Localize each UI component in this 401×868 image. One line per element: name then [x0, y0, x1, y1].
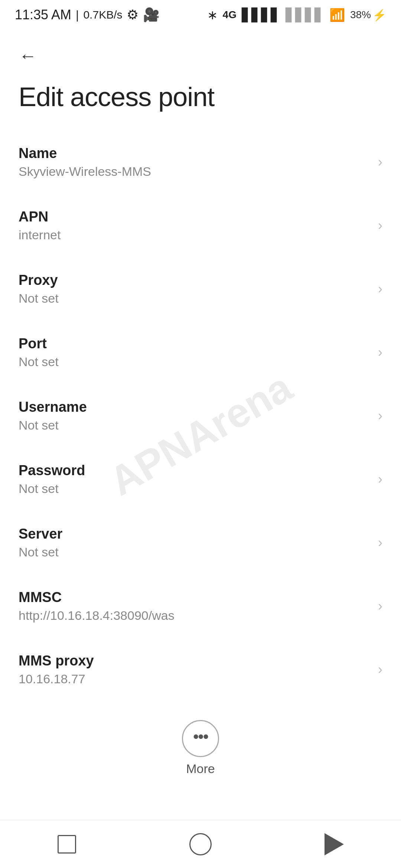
status-bar: 11:35 AM | 0.7KB/s ⚙ 🎥 ∗ 4G ▋▋▋▋ ▋▋▋▋ 📶 …	[0, 0, 401, 30]
bolt-icon: ⚡	[372, 9, 386, 22]
settings-item-port-label: Port	[19, 336, 371, 352]
settings-item-apn-value: internet	[19, 228, 371, 242]
settings-item-name-value: Skyview-Wireless-MMS	[19, 164, 371, 179]
settings-item-mmsc-label: MMSC	[19, 589, 371, 605]
settings-item-username[interactable]: Username Not set ›	[0, 384, 401, 448]
back-nav-icon	[325, 833, 344, 855]
status-separator: |	[76, 8, 79, 22]
battery-percent: 38%	[350, 9, 371, 21]
settings-item-proxy-value: Not set	[19, 291, 371, 306]
settings-item-name-label: Name	[19, 145, 371, 161]
chevron-right-icon-name: ›	[378, 154, 382, 170]
chevron-right-icon-proxy: ›	[378, 281, 382, 297]
settings-item-username-content: Username Not set	[19, 399, 371, 433]
chevron-right-icon-username: ›	[378, 408, 382, 424]
settings-item-port-value: Not set	[19, 355, 371, 369]
settings-item-proxy-content: Proxy Not set	[19, 272, 371, 306]
camera-icon: 🎥	[143, 7, 160, 23]
status-time: 11:35 AM	[15, 7, 71, 23]
settings-item-server-value: Not set	[19, 545, 371, 559]
back-button[interactable]: ←	[15, 45, 41, 67]
settings-item-apn[interactable]: APN internet ›	[0, 194, 401, 257]
settings-icon: ⚙	[127, 7, 138, 23]
settings-item-password-value: Not set	[19, 481, 371, 496]
settings-item-password[interactable]: Password Not set ›	[0, 448, 401, 511]
signal-bars2-icon: ▋▋▋▋	[286, 7, 324, 22]
signal-bars-icon: ▋▋▋▋	[242, 7, 280, 22]
settings-item-name-content: Name Skyview-Wireless-MMS	[19, 145, 371, 179]
status-bar-left: 11:35 AM | 0.7KB/s ⚙ 🎥	[15, 7, 160, 23]
battery-container: 38% ⚡	[350, 9, 386, 22]
settings-item-apn-label: APN	[19, 209, 371, 225]
home-icon	[189, 833, 212, 855]
recent-apps-icon	[58, 835, 76, 854]
back-nav-button[interactable]	[312, 829, 356, 859]
status-speed: 0.7KB/s	[83, 9, 122, 21]
back-arrow-icon: ←	[19, 46, 37, 66]
settings-list: Name Skyview-Wireless-MMS › APN internet…	[0, 131, 401, 701]
settings-item-server-content: Server Not set	[19, 526, 371, 559]
page-title: Edit access point	[0, 74, 401, 131]
settings-item-server-label: Server	[19, 526, 371, 542]
settings-item-name[interactable]: Name Skyview-Wireless-MMS ›	[0, 131, 401, 194]
chevron-right-icon-server: ›	[378, 535, 382, 550]
settings-item-port[interactable]: Port Not set ›	[0, 321, 401, 384]
settings-item-proxy[interactable]: Proxy Not set ›	[0, 257, 401, 321]
settings-item-mmsc-value: http://10.16.18.4:38090/was	[19, 608, 371, 623]
settings-item-port-content: Port Not set	[19, 336, 371, 369]
chevron-right-icon-port: ›	[378, 345, 382, 360]
chevron-right-icon-mmsc: ›	[378, 598, 382, 614]
status-bar-right: ∗ 4G ▋▋▋▋ ▋▋▋▋ 📶 38% ⚡	[207, 7, 386, 22]
settings-item-mms-proxy-value: 10.16.18.77	[19, 672, 371, 686]
settings-item-mmsc-content: MMSC http://10.16.18.4:38090/was	[19, 589, 371, 623]
signal-4g-icon: 4G	[223, 9, 237, 21]
chevron-right-icon-apn: ›	[378, 218, 382, 233]
settings-item-password-content: Password Not set	[19, 463, 371, 496]
settings-item-server[interactable]: Server Not set ›	[0, 511, 401, 575]
home-button[interactable]	[178, 829, 223, 859]
settings-item-proxy-label: Proxy	[19, 272, 371, 288]
chevron-right-icon-mms-proxy: ›	[378, 662, 382, 677]
back-area: ←	[0, 30, 401, 74]
bluetooth-icon: ∗	[207, 7, 218, 22]
settings-item-mms-proxy[interactable]: MMS proxy 10.16.18.77 ›	[0, 638, 401, 701]
more-button[interactable]: •••	[182, 720, 219, 757]
settings-item-mms-proxy-label: MMS proxy	[19, 653, 371, 669]
settings-item-apn-content: APN internet	[19, 209, 371, 242]
settings-item-username-value: Not set	[19, 418, 371, 433]
more-section: ••• More	[0, 701, 401, 787]
settings-item-username-label: Username	[19, 399, 371, 415]
more-dots-icon: •••	[193, 729, 208, 745]
settings-item-password-label: Password	[19, 463, 371, 479]
chevron-right-icon-password: ›	[378, 471, 382, 487]
settings-item-mmsc[interactable]: MMSC http://10.16.18.4:38090/was ›	[0, 575, 401, 638]
recent-apps-button[interactable]	[45, 829, 89, 859]
more-label: More	[186, 762, 215, 776]
bottom-nav	[0, 820, 401, 868]
wifi-icon: 📶	[329, 7, 345, 22]
settings-item-mms-proxy-content: MMS proxy 10.16.18.77	[19, 653, 371, 686]
